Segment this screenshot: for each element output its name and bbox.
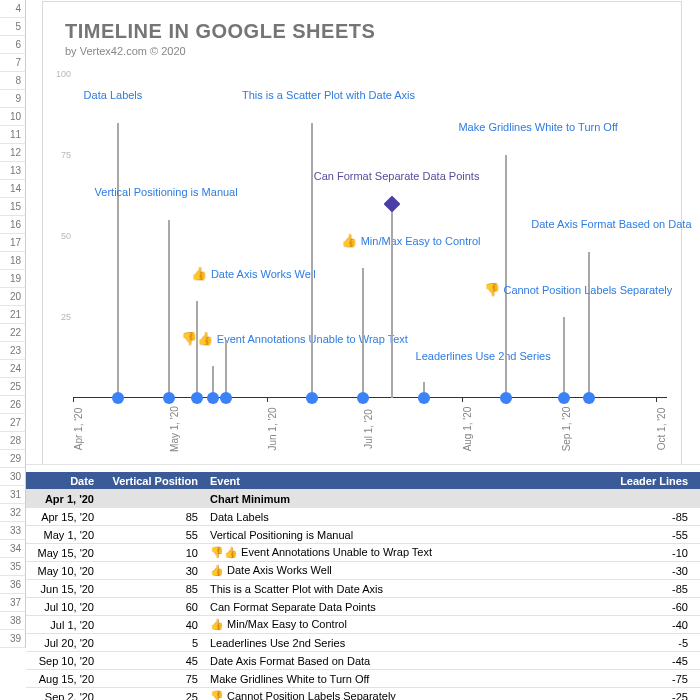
row-header[interactable]: 23 <box>0 342 26 360</box>
cell[interactable]: 5 <box>100 637 204 649</box>
row-header[interactable]: 20 <box>0 288 26 306</box>
row-header[interactable]: 35 <box>0 558 26 576</box>
row-header[interactable]: 15 <box>0 198 26 216</box>
cell[interactable]: Aug 15, '20 <box>26 673 100 685</box>
row-header[interactable]: 17 <box>0 234 26 252</box>
row-header[interactable]: 4 <box>0 0 26 18</box>
cell[interactable]: -85 <box>614 583 700 595</box>
circle-marker-icon[interactable] <box>500 392 512 404</box>
row-header[interactable]: 33 <box>0 522 26 540</box>
cell[interactable]: Jun 15, '20 <box>26 583 100 595</box>
circle-marker-icon[interactable] <box>207 392 219 404</box>
diamond-marker-icon[interactable] <box>383 195 400 212</box>
circle-marker-icon[interactable] <box>220 392 232 404</box>
cell[interactable]: -85 <box>614 511 700 523</box>
row-header[interactable]: 7 <box>0 54 26 72</box>
table-row[interactable]: Jul 1, '2040👍 Min/Max Easy to Control-40 <box>26 616 700 634</box>
table-row[interactable]: May 1, '2055Vertical Positioning is Manu… <box>26 526 700 544</box>
table-row[interactable]: May 15, '2010👎👍 Event Annotations Unable… <box>26 544 700 562</box>
row-header[interactable]: 10 <box>0 108 26 126</box>
cell[interactable]: 👎 Cannot Position Labels Separately <box>204 690 614 700</box>
row-header[interactable]: 19 <box>0 270 26 288</box>
cell[interactable]: 85 <box>100 511 204 523</box>
chart-card[interactable]: TIMELINE IN GOOGLE SHEETS by Vertex42.co… <box>42 1 682 465</box>
cell[interactable]: May 15, '20 <box>26 547 100 559</box>
cell[interactable]: -45 <box>614 655 700 667</box>
row-header[interactable]: 18 <box>0 252 26 270</box>
cell[interactable]: Apr 1, '20 <box>26 493 100 505</box>
cell[interactable]: Sep 10, '20 <box>26 655 100 667</box>
cell[interactable]: -55 <box>614 529 700 541</box>
cell[interactable]: Leaderlines Use 2nd Series <box>204 637 614 649</box>
cell[interactable]: Can Format Separate Data Points <box>204 601 614 613</box>
circle-marker-icon[interactable] <box>418 392 430 404</box>
cell[interactable]: Jul 20, '20 <box>26 637 100 649</box>
table-row[interactable]: Jun 15, '2085This is a Scatter Plot with… <box>26 580 700 598</box>
cell[interactable]: 10 <box>100 547 204 559</box>
row-header[interactable]: 30 <box>0 468 26 486</box>
table-row[interactable]: Apr 1, '20Chart Minimum <box>26 490 700 508</box>
row-header[interactable]: 21 <box>0 306 26 324</box>
cell[interactable]: -60 <box>614 601 700 613</box>
row-header[interactable]: 34 <box>0 540 26 558</box>
cell[interactable]: This is a Scatter Plot with Date Axis <box>204 583 614 595</box>
cell[interactable]: -30 <box>614 565 700 577</box>
cell[interactable]: Make Gridlines White to Turn Off <box>204 673 614 685</box>
row-header[interactable]: 39 <box>0 630 26 648</box>
circle-marker-icon[interactable] <box>558 392 570 404</box>
table-row[interactable]: Sep 2, '2025👎 Cannot Position Labels Sep… <box>26 688 700 700</box>
row-header[interactable]: 31 <box>0 486 26 504</box>
cell[interactable]: -5 <box>614 637 700 649</box>
cell[interactable]: Chart Minimum <box>204 493 614 505</box>
table-row[interactable]: Sep 10, '2045Date Axis Format Based on D… <box>26 652 700 670</box>
cell[interactable]: 45 <box>100 655 204 667</box>
row-header[interactable]: 11 <box>0 126 26 144</box>
cell[interactable]: 30 <box>100 565 204 577</box>
table-row[interactable]: Apr 15, '2085Data Labels-85 <box>26 508 700 526</box>
cell[interactable]: Sep 2, '20 <box>26 691 100 701</box>
circle-marker-icon[interactable] <box>357 392 369 404</box>
row-header[interactable]: 29 <box>0 450 26 468</box>
row-header[interactable]: 12 <box>0 144 26 162</box>
row-header[interactable]: 5 <box>0 18 26 36</box>
row-header[interactable]: 38 <box>0 612 26 630</box>
circle-marker-icon[interactable] <box>163 392 175 404</box>
cell[interactable]: -40 <box>614 619 700 631</box>
row-header[interactable]: 16 <box>0 216 26 234</box>
row-header[interactable]: 25 <box>0 378 26 396</box>
row-header[interactable]: 6 <box>0 36 26 54</box>
cell[interactable]: 75 <box>100 673 204 685</box>
row-header[interactable]: 22 <box>0 324 26 342</box>
cell[interactable]: Jul 1, '20 <box>26 619 100 631</box>
row-header[interactable]: 14 <box>0 180 26 198</box>
cell[interactable]: 👎👍 Event Annotations Unable to Wrap Text <box>204 546 614 559</box>
row-header[interactable]: 27 <box>0 414 26 432</box>
row-header[interactable]: 24 <box>0 360 26 378</box>
cell[interactable]: 40 <box>100 619 204 631</box>
circle-marker-icon[interactable] <box>583 392 595 404</box>
cell[interactable]: May 1, '20 <box>26 529 100 541</box>
data-table[interactable]: Date Vertical Position Event Leader Line… <box>26 472 700 700</box>
cell[interactable]: -10 <box>614 547 700 559</box>
circle-marker-icon[interactable] <box>191 392 203 404</box>
cell[interactable]: -25 <box>614 691 700 701</box>
circle-marker-icon[interactable] <box>306 392 318 404</box>
cell[interactable]: 👍 Min/Max Easy to Control <box>204 618 614 631</box>
table-row[interactable]: Jul 10, '2060Can Format Separate Data Po… <box>26 598 700 616</box>
row-header[interactable]: 8 <box>0 72 26 90</box>
circle-marker-icon[interactable] <box>112 392 124 404</box>
row-header[interactable]: 26 <box>0 396 26 414</box>
table-row[interactable]: Aug 15, '2075Make Gridlines White to Tur… <box>26 670 700 688</box>
cell[interactable]: 👍 Date Axis Works Well <box>204 564 614 577</box>
cell[interactable]: -75 <box>614 673 700 685</box>
cell[interactable]: 55 <box>100 529 204 541</box>
cell[interactable]: Data Labels <box>204 511 614 523</box>
cell[interactable]: May 10, '20 <box>26 565 100 577</box>
row-header[interactable]: 32 <box>0 504 26 522</box>
row-header[interactable]: 36 <box>0 576 26 594</box>
cell[interactable]: 85 <box>100 583 204 595</box>
row-header[interactable]: 28 <box>0 432 26 450</box>
cell[interactable]: Date Axis Format Based on Data <box>204 655 614 667</box>
cell[interactable]: 25 <box>100 691 204 701</box>
cell[interactable]: 60 <box>100 601 204 613</box>
